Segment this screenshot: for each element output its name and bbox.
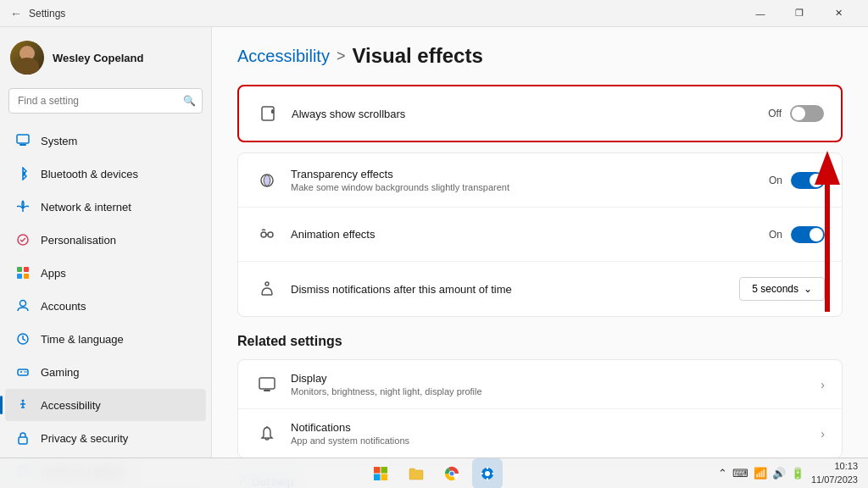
settings-taskbar[interactable] [472, 458, 503, 489]
animation-toggle-label: On [769, 229, 782, 241]
notifications-dropdown[interactable]: 5 seconds ⌄ [739, 277, 825, 301]
transparency-toggle[interactable] [791, 172, 825, 189]
svg-point-12 [22, 400, 25, 402]
breadcrumb-separator: > [337, 47, 346, 65]
display-chevron-icon: › [821, 378, 825, 391]
minimize-button[interactable]: — [741, 0, 780, 27]
title-bar-left: ← Settings [10, 7, 65, 20]
user-name: Wesley Copeland [53, 52, 143, 64]
sidebar: Wesley Copeland 🔍 System Bluetooth & dev… [0, 27, 212, 488]
sidebar-item-accounts[interactable]: Accounts [5, 290, 206, 322]
taskbar-right: ⌃ ⌨ 📶 🔊 🔋 10:13 11/07/2023 [718, 460, 858, 486]
notifications-row: Dismiss notifications after this amount … [238, 262, 842, 316]
time-date-display[interactable]: 10:13 11/07/2023 [811, 460, 858, 486]
system-tray-icons: ⌃ ⌨ 📶 🔊 🔋 [718, 467, 804, 480]
svg-point-17 [261, 232, 266, 237]
svg-point-7 [20, 301, 26, 307]
animation-toggle[interactable] [791, 226, 825, 243]
taskbar-center [365, 458, 503, 489]
search-box: 🔍 [8, 88, 203, 114]
sidebar-item-apps[interactable]: Apps [5, 257, 206, 289]
system-icon [15, 133, 31, 148]
sidebar-item-accessibility[interactable]: Accessibility [5, 389, 206, 421]
svg-rect-15 [271, 109, 274, 114]
notifications-control: 5 seconds ⌄ [739, 277, 825, 301]
sidebar-label-system: System [41, 135, 77, 147]
notifications-title: Dismiss notifications after this amount … [291, 283, 739, 296]
chrome-taskbar[interactable] [437, 458, 467, 489]
notifications-text: Dismiss notifications after this amount … [291, 283, 739, 296]
transparency-toggle-label: On [769, 175, 782, 186]
file-explorer-taskbar[interactable] [401, 458, 431, 489]
svg-rect-28 [381, 474, 388, 480]
app-container: Wesley Copeland 🔍 System Bluetooth & dev… [0, 27, 868, 488]
sidebar-label-time: Time & language [41, 333, 124, 346]
search-icon: 🔍 [183, 95, 196, 107]
accessibility-icon [15, 397, 31, 413]
sidebar-label-network: Network & internet [41, 201, 131, 214]
svg-rect-26 [381, 467, 388, 474]
close-button[interactable]: ✕ [819, 0, 858, 27]
related-notifications-row[interactable]: Notifications App and system notificatio… [238, 409, 842, 458]
wifi-icon[interactable]: 📶 [754, 467, 767, 480]
transparency-text: Transparency effects Make some window ba… [291, 168, 769, 192]
gaming-icon [15, 364, 31, 380]
related-display-row[interactable]: Display Monitors, brightness, night ligh… [238, 360, 842, 409]
content-area: Accessibility > Visual effects Always sh… [212, 27, 868, 488]
accounts-icon [15, 298, 31, 313]
svg-point-18 [268, 232, 273, 237]
maximize-button[interactable]: ❐ [780, 0, 819, 27]
scrollbars-title: Always show scrollbars [292, 108, 768, 120]
notifications-setting-icon [255, 277, 279, 301]
taskbar: ⌃ ⌨ 📶 🔊 🔋 10:13 11/07/2023 [0, 458, 868, 488]
personalisation-icon [15, 232, 31, 247]
sidebar-item-personalisation[interactable]: Personalisation [5, 224, 206, 256]
animation-title: Animation effects [291, 228, 769, 241]
svg-rect-6 [24, 274, 29, 279]
scrollbars-setting-icon [256, 102, 280, 125]
animation-setting-icon [255, 223, 279, 247]
sidebar-item-network[interactable]: Network & internet [5, 191, 206, 223]
sidebar-label-privacy: Privacy & security [41, 432, 128, 445]
app-title: Settings [29, 8, 65, 19]
animation-control: On [769, 226, 825, 243]
svg-rect-22 [264, 390, 270, 391]
related-settings-card: Display Monitors, brightness, night ligh… [237, 359, 843, 458]
svg-rect-14 [262, 107, 274, 120]
sidebar-item-gaming[interactable]: Gaming [5, 356, 206, 388]
svg-point-19 [265, 282, 269, 286]
back-icon[interactable]: ← [10, 7, 22, 20]
scrollbars-toggle[interactable] [790, 105, 824, 122]
battery-icon: 🔋 [791, 467, 804, 480]
notifications-related-desc: App and system notifications [291, 435, 821, 446]
svg-rect-34 [487, 467, 488, 469]
sidebar-item-time[interactable]: Time & language [5, 323, 206, 355]
start-button[interactable] [365, 458, 396, 489]
bell-related-icon [255, 425, 279, 442]
display-related-desc: Monitors, brightness, night light, displ… [291, 386, 821, 396]
search-input[interactable] [8, 88, 203, 114]
svg-rect-3 [17, 267, 22, 272]
scrollbars-toggle-label: Off [768, 108, 782, 119]
sidebar-item-bluetooth[interactable]: Bluetooth & devices [5, 158, 206, 190]
notifications-chevron-icon: › [821, 427, 825, 441]
breadcrumb-parent[interactable]: Accessibility [237, 47, 330, 66]
display-related-text: Display Monitors, brightness, night ligh… [291, 372, 821, 396]
svg-rect-36 [481, 473, 483, 474]
bluetooth-icon [15, 166, 31, 181]
sidebar-item-system[interactable]: System [5, 125, 206, 157]
volume-icon[interactable]: 🔊 [772, 467, 786, 480]
date-display: 11/07/2023 [811, 474, 858, 486]
svg-rect-5 [17, 274, 22, 279]
time-display: 10:13 [811, 460, 858, 473]
transparency-row: Transparency effects Make some window ba… [238, 153, 842, 208]
svg-point-31 [450, 471, 454, 475]
svg-rect-13 [19, 437, 27, 444]
svg-rect-35 [487, 478, 488, 480]
breadcrumb-current: Visual effects [352, 44, 482, 68]
title-bar: ← Settings — ❐ ✕ [0, 0, 868, 27]
notifications-dropdown-value: 5 seconds [752, 283, 798, 295]
svg-point-10 [24, 371, 25, 373]
sidebar-item-privacy[interactable]: Privacy & security [5, 422, 206, 454]
tray-up-icon[interactable]: ⌃ [718, 467, 727, 480]
